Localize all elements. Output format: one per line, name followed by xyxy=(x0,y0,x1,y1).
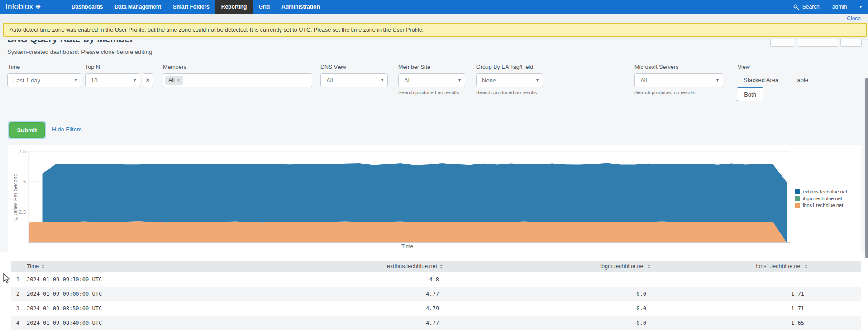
search-link[interactable]: Search xyxy=(802,4,820,10)
time-filter-label: Time xyxy=(8,64,20,70)
vertical-scrollbar-thumb[interactable] xyxy=(865,78,868,258)
infoblox-brand[interactable]: Infoblox ❖ xyxy=(5,0,41,14)
legend-swatch-extibns xyxy=(795,189,800,194)
notice-zone: Close Auto-detect time zone was enabled … xyxy=(0,14,868,40)
ms-servers-note: Search produced no results. xyxy=(634,90,697,95)
close-banner-link[interactable]: Close xyxy=(847,15,861,22)
dns-view-select[interactable]: All ▾ xyxy=(320,73,388,87)
page-title: DNS Query Rate by Member xyxy=(7,40,415,44)
legend-item-ibgm[interactable]: ibgm.techblue.net xyxy=(795,196,847,201)
toolbar-button-cropped-2[interactable] xyxy=(798,39,838,47)
hide-filters-link[interactable]: Hide Filters xyxy=(52,126,82,133)
dns-view-filter-label: DNS View xyxy=(320,64,346,70)
sort-icon xyxy=(805,264,807,269)
brand-text: Infoblox xyxy=(5,2,33,11)
menu-item-grid[interactable]: Grid xyxy=(253,0,276,14)
timezone-warning-banner: Auto-detect time zone was enabled in the… xyxy=(3,23,867,37)
member-site-select[interactable]: All ▾ xyxy=(398,73,465,87)
warning-message: Auto-detect time zone was enabled in the… xyxy=(10,27,424,33)
table-row[interactable]: 2 2024-01-09 09:00:00 UTC 4.77 0.0 1.71 xyxy=(11,287,861,301)
svg-text:5: 5 xyxy=(23,179,26,184)
chevron-down-icon: ▾ xyxy=(75,77,77,82)
view-option-table[interactable]: Table xyxy=(794,77,808,83)
app-root: Infoblox ❖ Dashboards Data Management Sm… xyxy=(0,0,868,333)
chevron-down-icon: ▾ xyxy=(716,77,719,82)
table-row[interactable]: 1 2024-01-09 09:10:00 UTC 4.8 xyxy=(11,272,861,287)
sort-icon xyxy=(440,264,443,269)
chart-zone: 2.557.5TimeQueries Per Second xyxy=(0,145,868,252)
chevron-down-icon: ▾ xyxy=(381,77,383,82)
topn-clear-button[interactable]: ✕ xyxy=(143,73,153,87)
members-chip-all[interactable]: All × xyxy=(165,76,183,85)
view-option-both-button[interactable]: Both xyxy=(737,87,763,101)
stacked-area-chart: 2.557.5TimeQueries Per Second xyxy=(0,145,868,252)
chart-legend: extibns.techblue.net ibgm.techblue.net i… xyxy=(795,189,847,208)
chip-remove-icon[interactable]: × xyxy=(177,77,180,83)
svg-text:2.5: 2.5 xyxy=(19,209,26,215)
menu-item-data-management[interactable]: Data Management xyxy=(109,0,167,14)
nav-right: Search admin ▾ xyxy=(793,0,862,14)
column-header-time[interactable]: Time xyxy=(27,261,117,272)
svg-text:7.5: 7.5 xyxy=(19,149,26,154)
legend-swatch-ibns1 xyxy=(795,203,800,208)
toolbar-button-cropped-3[interactable] xyxy=(840,39,862,47)
column-header-ibns1[interactable]: ibns1.techblue.net xyxy=(682,261,807,272)
toolbar-button-cropped-1[interactable] xyxy=(770,39,794,47)
legend-swatch-ibgm xyxy=(795,196,800,201)
topn-filter-label: Top N xyxy=(85,64,100,70)
member-site-filter-label: Member Site xyxy=(398,64,430,70)
sort-icon xyxy=(42,264,44,269)
view-filter-label: View xyxy=(738,64,750,70)
members-input[interactable]: All × xyxy=(163,73,312,87)
dashboard-header-and-filters: DNS Query Rate by Member System-created … xyxy=(0,40,868,145)
sort-icon xyxy=(648,264,650,269)
group-by-filter-label: Group By EA Tag/Field xyxy=(476,64,533,70)
menu-item-reporting[interactable]: Reporting xyxy=(215,0,253,14)
topn-filter-select[interactable]: 10 ▾ xyxy=(85,73,140,87)
submit-button[interactable]: Submit xyxy=(9,122,45,138)
group-by-select[interactable]: None ▾ xyxy=(476,73,543,87)
members-filter-label: Members xyxy=(163,64,186,70)
svg-text:Time: Time xyxy=(401,243,414,250)
search-icon[interactable] xyxy=(793,4,799,10)
column-header-ibgm[interactable]: ibgm.techblue.net xyxy=(525,261,650,272)
view-option-stacked-area[interactable]: Stacked Area xyxy=(744,77,778,83)
legend-item-ibns1[interactable]: ibns1.techblue.net xyxy=(795,203,847,208)
svg-text:Queries Per Second: Queries Per Second xyxy=(13,174,18,221)
ms-servers-select[interactable]: All ▾ xyxy=(634,73,723,87)
results-table: Time extibns.techblue.net ibgm.techblue.… xyxy=(0,252,868,333)
menu-item-administration[interactable]: Administration xyxy=(276,0,326,14)
table-row[interactable]: 4 2024-01-09 08:40:00 UTC 4.77 0.0 1.65 xyxy=(11,316,861,330)
page-title-clipped: DNS Query Rate by Member xyxy=(7,40,415,44)
main-menu: Dashboards Data Management Smart Folders… xyxy=(66,0,326,14)
chevron-down-icon: ▾ xyxy=(536,77,539,82)
member-site-note: Search produced no results. xyxy=(398,90,461,95)
table-header-row: Time extibns.techblue.net ibgm.techblue.… xyxy=(11,261,861,272)
menu-item-smart-folders[interactable]: Smart Folders xyxy=(167,0,215,14)
chevron-down-icon[interactable]: ▾ xyxy=(859,5,862,9)
page-subtitle: System-created dashboard: Please clone b… xyxy=(7,48,154,55)
legend-item-extibns[interactable]: extibns.techblue.net xyxy=(795,189,847,194)
top-nav: Infoblox ❖ Dashboards Data Management Sm… xyxy=(0,0,868,14)
table-row[interactable]: 3 2024-01-09 08:50:00 UTC 4.79 0.0 1.71 xyxy=(11,301,861,316)
infoblox-logo-icon: ❖ xyxy=(35,3,41,11)
user-menu[interactable]: admin xyxy=(832,4,847,10)
column-header-extibns[interactable]: extibns.techblue.net xyxy=(317,261,443,272)
chevron-down-icon: ▾ xyxy=(458,77,461,82)
ms-servers-filter-label: Microsoft Servers xyxy=(634,64,678,70)
chevron-down-icon: ▾ xyxy=(134,77,136,82)
group-by-note: Search produced no results. xyxy=(476,90,539,95)
time-filter-select[interactable]: Last 1 day ▾ xyxy=(7,73,81,87)
menu-item-dashboards[interactable]: Dashboards xyxy=(66,0,109,14)
